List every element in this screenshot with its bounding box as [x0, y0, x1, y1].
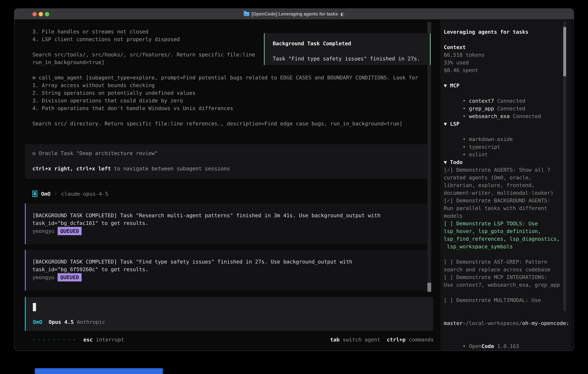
esc-key-hint: esc [83, 337, 93, 343]
background-task-card: [BACKGROUND TASK COMPLETED] Task "Resear… [25, 204, 427, 244]
minimize-button[interactable] [39, 12, 43, 16]
todo-pending-item: [ ] Demonstrate MULTIMODAL: Use [444, 296, 572, 304]
status-badge: QUEUED [58, 273, 82, 281]
background-task-toast: Background Task Completed Task "Find typ… [264, 33, 430, 65]
titlebar[interactable]: [OpenCode] Leveraging agents for tasks ◐ [14, 9, 574, 20]
model-selector[interactable]: OmOOpus 4.5Anthropic [33, 319, 105, 325]
close-button[interactable] [32, 12, 37, 16]
oracle-task-label: Oracle Task "Deep architecture review" [36, 150, 158, 156]
todo-section-header[interactable]: ▼ Todo [444, 158, 572, 166]
task-line2: task_id="bg_dcfac161" to get results. [32, 219, 427, 227]
window-title-text: [OpenCode] Leveraging agents for tasks [252, 11, 338, 17]
text-cursor [33, 303, 36, 311]
lsp-section-header[interactable]: ▼ LSP [444, 120, 572, 128]
task-line1: [BACKGROUND TASK COMPLETED] Task "Resear… [32, 212, 427, 219]
session-title: Leveraging agents for tasks [444, 28, 572, 36]
maximize-button[interactable] [45, 12, 49, 16]
esc-key-label: interrupt [96, 337, 124, 343]
todo-done-items: [✓] Demonstrate AGENTS: Show all 7 curat… [444, 166, 572, 220]
prompt-input[interactable]: OmOOpus 4.5Anthropic [25, 297, 433, 331]
ctrlp-key-label: commands [409, 337, 434, 343]
status-dot-icon: • [462, 143, 469, 151]
status-dot-icon: • [462, 112, 469, 120]
oracle-icon: ◎ [32, 150, 36, 156]
folder-icon [244, 12, 249, 16]
workspace-path: ~/local-workspaces/oh-my-opencode: [444, 312, 572, 319]
main-scrollbar-cap [427, 22, 431, 32]
traffic-lights [32, 12, 49, 16]
todo-pending-items: [ ] Demonstrate AST-GREP: Pattern search… [444, 258, 572, 289]
todo-active-item: [ ] Demonstrate LSP TOOLS: Use lsp_hover… [444, 220, 572, 250]
oracle-keybind-hint: to navigate between subagent sessions [111, 166, 230, 172]
oracle-keybind: ctrl+x right, ctrl+x left [32, 166, 111, 172]
agent-square-icon [32, 191, 37, 197]
version-line: •OpenCode 1.0.163 [444, 335, 572, 342]
task-line1: [BACKGROUND TASK COMPLETED] Task "Find t… [32, 258, 427, 266]
window-title: [OpenCode] Leveraging agents for tasks ◐ [244, 11, 344, 17]
status-dot-icon: • [462, 151, 469, 158]
terminal-window: [OpenCode] Leveraging agents for tasks ◐… [14, 8, 574, 351]
main-scrollbar-thumb[interactable] [427, 283, 431, 292]
toast-title: Background Task Completed [273, 41, 351, 46]
task-user: yeongyu [32, 274, 54, 280]
context-stats: 66,518 tokens 33% used $0.46 spent [444, 51, 572, 74]
agent-model: claude-opus-4-5 [61, 191, 108, 197]
status-bar: ·········esc interrupt tab switch agentc… [32, 336, 434, 343]
status-badge: QUEUED [58, 227, 82, 235]
status-dot-icon: • [462, 135, 469, 143]
active-model-label: Opus 4.5 [49, 319, 74, 325]
toast-body: Task "Find type safety issues" finished … [273, 56, 420, 62]
task-user: yeongyu [32, 228, 54, 234]
sidebar-scrollbar-thumb[interactable] [563, 27, 566, 76]
ctrlp-key-hint: ctrl+p [387, 337, 406, 343]
lsp-item: •markdown-oxide [444, 128, 572, 135]
status-dot-icon: • [462, 97, 469, 105]
mcp-section-header[interactable]: ▼ MCP [444, 82, 572, 89]
oracle-task-card: ◎ Oracle Task "Deep architecture review"… [25, 144, 427, 179]
agent-separator: · [54, 191, 57, 197]
active-agent-label: OmO [33, 319, 42, 325]
working-spinner-dots: ········· [32, 337, 78, 343]
session-sidebar: Leveraging agents for tasks Context 66,5… [441, 20, 572, 351]
busy-spinner-icon: ◐ [340, 11, 344, 17]
context-heading: Context [444, 43, 572, 51]
mcp-item: •context7 Connected [444, 89, 572, 97]
tab-key-label: switch agent [343, 337, 380, 343]
provider-label: Anthropic [77, 319, 105, 325]
agent-name: OmO [41, 191, 51, 197]
status-dot-icon: • [462, 342, 469, 350]
background-task-card: [BACKGROUND TASK COMPLETED] Task "Find t… [25, 250, 427, 291]
tab-key-hint: tab [330, 337, 340, 343]
task-line2: task_id="bg_6f59260c" to get results. [32, 266, 427, 273]
status-dot-icon: • [462, 105, 469, 112]
agent-header: OmO · claude-opus-4-5 [32, 190, 108, 198]
dock-strip [35, 368, 163, 374]
